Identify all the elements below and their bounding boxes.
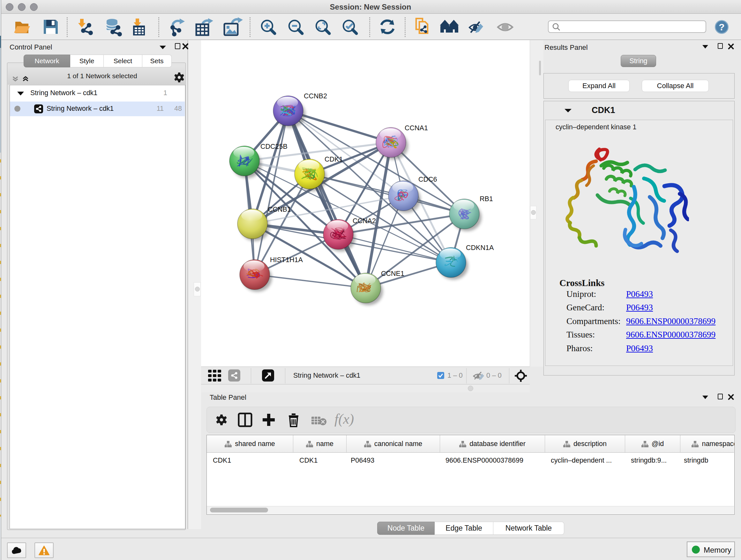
- svg-text:CCNE1: CCNE1: [381, 270, 404, 277]
- svg-text:CCNB1: CCNB1: [268, 206, 291, 213]
- svg-text:CCNA1: CCNA1: [405, 124, 428, 132]
- svg-text:CDC25B: CDC25B: [260, 143, 287, 150]
- svg-text:HIST1H1A: HIST1H1A: [270, 256, 303, 264]
- svg-text:CDKN1A: CDKN1A: [466, 244, 494, 252]
- svg-text:CDC6: CDC6: [418, 176, 437, 183]
- svg-text:CDK1: CDK1: [325, 155, 343, 163]
- svg-text:RB1: RB1: [480, 195, 493, 203]
- svg-text:CCNA2: CCNA2: [353, 217, 376, 225]
- svg-text:CCNB2: CCNB2: [304, 92, 327, 100]
